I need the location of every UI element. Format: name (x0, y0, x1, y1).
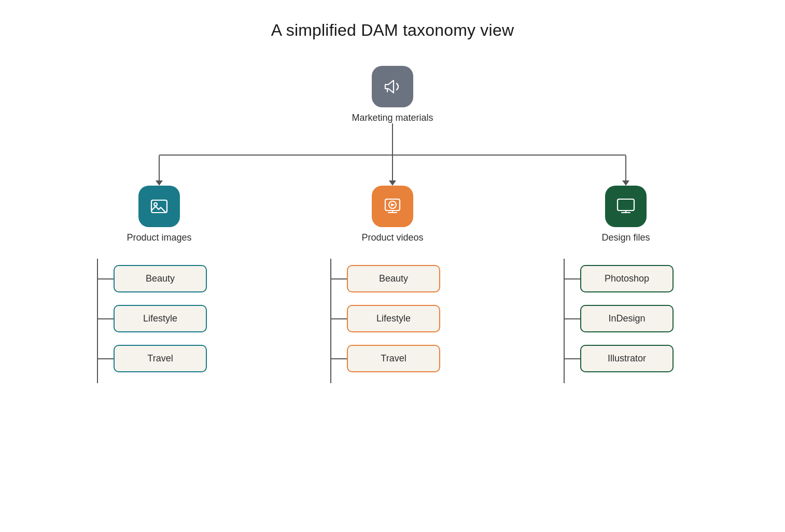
megaphone-icon (381, 75, 404, 98)
col1-item-lifestyle: Lifestyle (114, 305, 207, 332)
list-item: Photoshop (565, 259, 704, 299)
list-item: Lifestyle (98, 299, 237, 339)
image-icon (148, 195, 171, 218)
svg-point-1 (154, 203, 157, 206)
hline (565, 318, 580, 319)
list-item: Travel (98, 339, 237, 379)
column-product-videos: Product videos Beauty Lifestyle (315, 186, 470, 383)
col1-label: Product images (127, 232, 191, 243)
root-icon-box (372, 66, 413, 107)
col2-label: Product videos (361, 232, 423, 243)
col1-item-travel: Travel (114, 345, 207, 372)
diagram: Marketing materials (81, 66, 704, 383)
col3-header: Design files (548, 186, 704, 243)
list-item: Travel (331, 339, 470, 379)
list-item: Lifestyle (331, 299, 470, 339)
col2-item-lifestyle: Lifestyle (347, 305, 440, 332)
col3-subtree: Photoshop InDesign Illustrator (548, 259, 704, 383)
hline (331, 318, 347, 319)
col1-header: Product images (81, 186, 237, 243)
hline (98, 318, 114, 319)
col1-items: Beauty Lifestyle Travel (98, 259, 237, 383)
col1-subtree: Beauty Lifestyle Travel (81, 259, 237, 383)
root-stem-line (392, 123, 393, 155)
arrow-row (81, 156, 704, 186)
page-title: A simplified DAM taxonomy view (271, 21, 514, 40)
hline (98, 358, 114, 359)
col3-stem (625, 156, 626, 181)
list-item: InDesign (565, 299, 704, 339)
hline (98, 278, 114, 279)
col2-item-beauty: Beauty (347, 265, 440, 292)
col2-arrow (315, 156, 470, 186)
svg-rect-5 (618, 199, 634, 211)
col2-items: Beauty Lifestyle Travel (331, 259, 470, 383)
hline (565, 358, 580, 359)
product-images-icon-box (138, 186, 180, 227)
list-item: Beauty (98, 259, 237, 299)
col3-label: Design files (601, 232, 650, 243)
col2-item-travel: Travel (347, 345, 440, 372)
col2-subtree: Beauty Lifestyle Travel (315, 259, 470, 383)
col2-arrow-head (389, 180, 396, 186)
col1-arrow (81, 156, 237, 186)
hline (331, 358, 347, 359)
root-label: Marketing materials (352, 113, 433, 123)
svg-marker-4 (391, 203, 395, 206)
col2-header: Product videos (315, 186, 470, 243)
h-bar (159, 155, 626, 156)
col1-arrow-head (156, 180, 163, 186)
col1-item-beauty: Beauty (114, 265, 207, 292)
hline (565, 278, 580, 279)
col2-stem (392, 156, 393, 181)
column-design-files: Design files Photoshop InDesign (548, 186, 704, 383)
col3-items: Photoshop InDesign Illustrator (565, 259, 704, 383)
h-bar-container (81, 155, 704, 156)
col3-arrow-head (622, 180, 629, 186)
col3-item-photoshop: Photoshop (580, 265, 674, 292)
list-item: Illustrator (565, 339, 704, 379)
list-item: Beauty (331, 259, 470, 299)
column-product-images: Product images Beauty Lifestyle (81, 186, 237, 383)
col1-stem (159, 156, 160, 181)
col3-arrow (548, 156, 704, 186)
col3-item-illustrator: Illustrator (580, 345, 674, 372)
hline (331, 278, 347, 279)
video-icon (381, 195, 404, 218)
design-files-icon-box (605, 186, 647, 227)
root-node: Marketing materials (352, 66, 433, 123)
columns-area: Product images Beauty Lifestyle (81, 186, 704, 383)
product-videos-icon-box (372, 186, 413, 227)
monitor-icon (614, 195, 637, 218)
col3-item-indesign: InDesign (580, 305, 674, 332)
